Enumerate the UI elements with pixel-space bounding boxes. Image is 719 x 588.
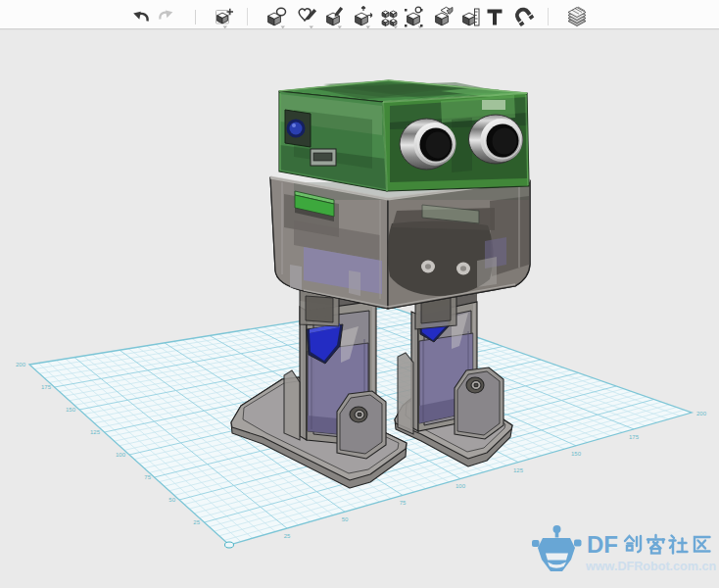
svg-text:50: 50	[342, 516, 349, 522]
svg-text:100: 100	[116, 452, 126, 458]
svg-text:75: 75	[400, 500, 407, 506]
svg-text:100: 100	[455, 483, 466, 489]
svg-text:150: 150	[66, 407, 76, 413]
svg-text:DF: DF	[587, 531, 618, 558]
svg-text:75: 75	[144, 474, 151, 480]
svg-text:125: 125	[90, 429, 101, 435]
svg-text:200: 200	[16, 362, 26, 368]
svg-text:175: 175	[41, 384, 52, 390]
svg-text:www.DFRobot.com.cn: www.DFRobot.com.cn	[585, 560, 716, 573]
svg-text:25: 25	[193, 519, 200, 525]
svg-text:175: 175	[629, 434, 640, 440]
svg-text:25: 25	[284, 533, 291, 539]
svg-text:125: 125	[513, 467, 524, 473]
svg-text:50: 50	[168, 497, 175, 503]
svg-text:150: 150	[571, 451, 582, 457]
svg-text:200: 200	[696, 411, 707, 416]
